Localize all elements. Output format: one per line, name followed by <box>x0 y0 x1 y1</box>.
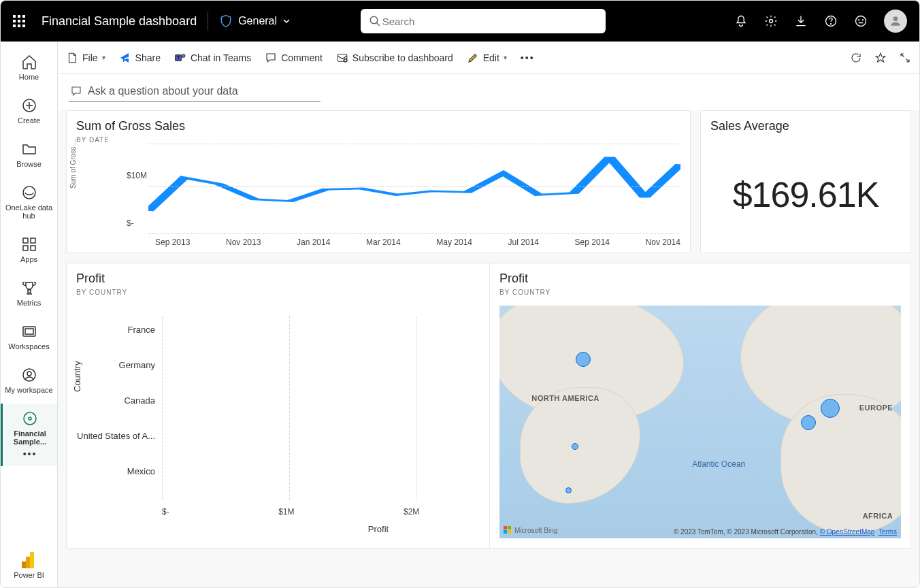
svg-point-20 <box>29 417 31 420</box>
svg-rect-16 <box>25 329 33 334</box>
bar-category-label: Canada <box>66 395 155 406</box>
sensitivity-label[interactable]: General <box>219 14 291 28</box>
rail-label: OneLake data hub <box>3 203 54 220</box>
home-icon <box>21 54 37 70</box>
card-title: Sales Average <box>710 119 901 133</box>
bar-category-label: Mexico <box>66 466 155 476</box>
dashboard-title: Financial Sample dashboard <box>42 14 197 29</box>
svg-rect-14 <box>31 246 35 250</box>
apps-icon <box>21 236 37 252</box>
plus-circle-icon <box>21 97 37 114</box>
app-launcher-icon[interactable] <box>13 15 25 27</box>
map-label-na: NORTH AMERICA <box>531 394 599 402</box>
svg-point-5 <box>855 16 866 27</box>
qa-placeholder: Ask a question about your data <box>88 85 238 97</box>
person-circle-icon <box>21 367 37 383</box>
svg-point-7 <box>862 20 864 21</box>
person-icon <box>889 14 902 28</box>
feedback-icon[interactable] <box>854 14 868 28</box>
chat-teams-button[interactable]: T Chat in Teams <box>174 52 251 64</box>
card-title: Sum of Gross Sales <box>76 119 680 133</box>
card-gross-sales[interactable]: Sum of Gross Sales BY DATE Sum of Gross … <box>66 110 691 253</box>
rail-workspaces[interactable]: Workspaces <box>1 316 57 357</box>
card-subtitle: BY COUNTRY <box>499 289 901 296</box>
share-button[interactable]: Share <box>119 52 161 64</box>
osm-link[interactable]: © OpenStreetMap <box>820 528 875 536</box>
card-title: Profit <box>499 272 901 286</box>
search-input[interactable] <box>381 15 597 28</box>
card-subtitle: BY DATE <box>76 136 680 144</box>
gauge-icon <box>22 410 38 427</box>
card-sales-average[interactable]: Sales Average $169.61K <box>700 110 911 253</box>
subscribe-button[interactable]: Subscribe to dashboard <box>336 52 453 64</box>
download-icon[interactable] <box>794 14 808 28</box>
action-toolbar: File▾ Share T Chat in Teams Comment Subs… <box>58 42 919 74</box>
rail-create[interactable]: Create <box>1 91 57 131</box>
map-bubble-germany[interactable] <box>821 399 840 418</box>
subscribe-icon <box>336 52 348 64</box>
share-icon <box>119 52 131 64</box>
svg-point-2 <box>769 20 772 23</box>
card-profit-map[interactable]: Profit BY COUNTRY NORTH AMERICA EUROPE A… <box>489 263 911 549</box>
svg-rect-13 <box>23 246 28 250</box>
rail-current-dashboard[interactable]: Financial Sample... ••• <box>1 404 57 466</box>
folder-icon <box>21 141 37 157</box>
favorite-icon[interactable] <box>874 52 887 64</box>
chat-icon <box>70 85 82 97</box>
more-icon[interactable]: ••• <box>23 448 37 459</box>
powerbi-icon <box>21 551 36 570</box>
rail-label: Create <box>18 116 40 125</box>
rail-metrics[interactable]: Metrics <box>1 273 57 314</box>
svg-rect-31 <box>504 530 507 534</box>
rail-browse[interactable]: Browse <box>1 134 57 175</box>
search-icon <box>369 15 381 27</box>
y-axis-label: Sum of Gross ... <box>69 140 77 189</box>
account-avatar[interactable] <box>884 10 907 33</box>
svg-point-0 <box>370 16 378 24</box>
search-box[interactable] <box>361 9 606 33</box>
terms-link[interactable]: Terms <box>878 528 897 536</box>
rail-apps[interactable]: Apps <box>1 229 57 270</box>
file-icon <box>66 52 78 64</box>
rail-label: Financial Sample... <box>5 429 54 446</box>
map-label-atlantic: Atlantic Ocean <box>692 459 745 469</box>
bell-icon[interactable] <box>734 14 748 28</box>
map-visual[interactable]: NORTH AMERICA EUROPE AFRICA Atlantic Oce… <box>499 306 901 538</box>
chevron-down-icon: ▾ <box>504 54 507 61</box>
svg-rect-23 <box>22 561 26 568</box>
help-icon[interactable] <box>824 14 838 28</box>
rail-onelake[interactable]: OneLake data hub <box>1 178 57 227</box>
map-bubble-france[interactable] <box>801 415 816 430</box>
rail-label: Apps <box>20 255 37 263</box>
x-ticks: Sep 2013 Nov 2013 Jan 2014 Mar 2014 May … <box>155 238 680 247</box>
more-menu[interactable]: ••• <box>521 52 535 63</box>
rail-my-workspace[interactable]: My workspace <box>1 360 57 401</box>
svg-rect-30 <box>508 526 511 529</box>
svg-rect-21 <box>30 552 34 568</box>
rail-label: Metrics <box>17 299 41 307</box>
map-bubble-usa[interactable] <box>572 443 578 450</box>
workspaces-icon <box>21 323 37 340</box>
comment-icon <box>265 52 277 64</box>
refresh-icon[interactable] <box>850 52 862 64</box>
svg-point-18 <box>27 372 31 376</box>
gear-icon[interactable] <box>764 14 778 28</box>
qa-input[interactable]: Ask a question about your data <box>69 82 321 102</box>
topbar-actions <box>734 10 907 33</box>
svg-point-4 <box>830 23 832 24</box>
fullscreen-icon[interactable] <box>899 52 911 64</box>
svg-line-1 <box>376 22 380 26</box>
teams-icon: T <box>174 52 186 64</box>
svg-point-6 <box>858 20 859 21</box>
rail-label: My workspace <box>5 386 52 394</box>
powerbi-brand[interactable]: Power BI <box>14 551 44 579</box>
onelake-icon <box>21 184 37 201</box>
edit-menu[interactable]: Edit▾ <box>467 52 507 64</box>
bar-category-label: United States of A... <box>66 431 155 441</box>
comment-button[interactable]: Comment <box>265 52 323 64</box>
y-tick: $10M <box>127 171 147 180</box>
shield-icon <box>219 14 233 28</box>
file-menu[interactable]: File▾ <box>66 52 105 64</box>
rail-home[interactable]: Home <box>1 47 57 88</box>
rail-label: Browse <box>16 160 42 168</box>
